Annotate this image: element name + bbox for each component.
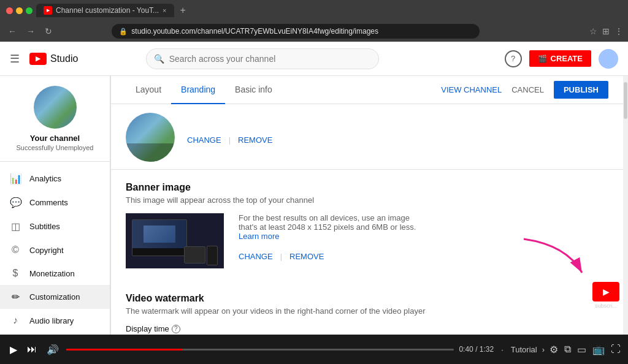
sidebar-item-monetization[interactable]: $ Monetization [0, 262, 110, 285]
profile-remove-link[interactable]: REMOVE [238, 135, 272, 145]
new-tab-button[interactable]: + [180, 5, 186, 16]
help-button[interactable]: ? [505, 50, 522, 67]
tabs-bar: Layout Branding Basic info VIEW CHANNEL … [111, 76, 623, 104]
channel-avatar[interactable] [34, 86, 77, 129]
close-dot[interactable] [6, 7, 13, 14]
watermark-title: Video watermark [126, 293, 608, 304]
monetization-icon: $ [10, 268, 21, 279]
cancel-button[interactable]: CANCEL [511, 85, 544, 94]
channel-info: Your channel Successfully Unemployed [0, 76, 110, 162]
subscribe-overlay: subscri... [592, 282, 619, 309]
tab-layout[interactable]: Layout [126, 76, 171, 104]
yt-logo: Studio [29, 53, 78, 65]
chapter-arrow: › [542, 345, 545, 354]
create-button[interactable]: 🎬 CREATE [529, 50, 591, 67]
channel-status: Successfully Unemployed [17, 144, 94, 151]
address-bar[interactable]: 🔒 studio.youtube.com/channel/UCATR7yEWbL… [112, 24, 480, 39]
banner-description: This image will appear across the top of… [126, 195, 608, 205]
sidebar-item-analytics[interactable]: 📊 Analytics [0, 167, 110, 191]
tab-close-button[interactable]: × [163, 7, 166, 14]
sidebar-item-label-subtitles: Subtitles [29, 222, 60, 231]
chapter-dot: · [501, 345, 504, 354]
scrollbar-thumb[interactable] [624, 82, 627, 119]
scrollbar[interactable] [623, 76, 628, 335]
maximize-dot[interactable] [26, 7, 33, 14]
copyright-icon: © [10, 245, 21, 256]
display-time-label: Display time ? [126, 324, 203, 333]
publish-button[interactable]: PUBLISH [554, 81, 608, 99]
create-icon: 🎬 [538, 55, 547, 63]
url-display: studio.youtube.com/channel/UCATR7yEWbLvu… [131, 27, 378, 36]
time-display: 0:40 / 1:32 [459, 345, 494, 354]
progress-bar-container[interactable] [66, 349, 454, 351]
refresh-button[interactable]: ↻ [42, 25, 55, 38]
banner-learn-more[interactable]: Learn more [239, 232, 279, 241]
analytics-icon: 📊 [10, 173, 21, 184]
progress-bar[interactable] [66, 349, 454, 351]
comments-icon: 💬 [10, 197, 21, 208]
watermark-description: The watermark will appear on your videos… [126, 306, 608, 316]
banner-remove-link[interactable]: REMOVE [289, 252, 324, 261]
tab-basic-info[interactable]: Basic info [225, 76, 282, 104]
avatar[interactable] [599, 49, 618, 69]
sidebar: Your channel Successfully Unemployed 📊 A… [0, 76, 110, 335]
banner-change-link[interactable]: CHANGE [239, 252, 273, 261]
tab-favicon [44, 6, 52, 15]
lock-icon: 🔒 [119, 28, 128, 36]
banner-hint: For the best results on all devices, use… [239, 213, 429, 241]
subscribe-button[interactable] [592, 282, 619, 301]
theater-icon[interactable]: ▭ [577, 344, 586, 355]
sidebar-item-label-audio: Audio library [29, 316, 74, 325]
customization-icon: ✏ [10, 291, 21, 303]
next-button[interactable]: ⏭ [25, 341, 39, 357]
banner-section: Banner image This image will appear acro… [111, 170, 623, 281]
bookmark-icon[interactable]: ☆ [589, 26, 597, 36]
volume-button[interactable]: 🔊 [44, 341, 61, 358]
back-button[interactable]: ← [5, 25, 20, 38]
search-container: 🔍 [146, 48, 379, 69]
watermark-section: Video watermark The watermark will appea… [111, 281, 623, 335]
audio-icon: ♪ [10, 315, 21, 326]
sidebar-item-label-comments: Comments [29, 198, 68, 207]
browser-tab[interactable]: Channel customization - YouT... × [36, 4, 174, 17]
studio-label: Studio [50, 53, 78, 64]
banner-title: Banner image [126, 182, 608, 193]
tab-branding[interactable]: Branding [171, 76, 225, 104]
branding-content: CHANGE | REMOVE Banner image This image … [111, 104, 623, 335]
view-channel-button[interactable]: VIEW CHANNEL [441, 85, 502, 94]
play-button[interactable]: ▶ [7, 341, 20, 358]
sidebar-item-comments[interactable]: 💬 Comments [0, 191, 110, 214]
sidebar-item-subtitles[interactable]: ◫ Subtitles [0, 214, 110, 238]
content-panel: Layout Branding Basic info VIEW CHANNEL … [111, 76, 623, 335]
sidebar-item-audio-library[interactable]: ♪ Audio library [0, 309, 110, 332]
progress-fill [66, 349, 183, 351]
subtitles-icon: ◫ [10, 221, 21, 232]
fullscreen-icon[interactable]: ⛶ [611, 344, 621, 355]
minimize-dot[interactable] [16, 7, 23, 14]
settings-player-icon[interactable]: ⚙ [550, 344, 558, 355]
channel-name: Your channel [30, 134, 80, 143]
search-input[interactable] [169, 54, 371, 64]
profile-change-link[interactable]: CHANGE [187, 135, 221, 145]
display-time-help[interactable]: ? [172, 325, 180, 333]
forward-button[interactable]: → [23, 25, 38, 38]
sidebar-item-copyright[interactable]: © Copyright [0, 238, 110, 262]
video-player: ▶ ⏭ 🔊 0:40 / 1:32 · Tutorial › ⚙ ⧉ ▭ 📺 [0, 335, 628, 364]
sidebar-item-label-copyright: Copyright [29, 246, 64, 255]
extensions-icon[interactable]: ⊞ [602, 26, 610, 36]
search-icon: 🔍 [154, 54, 164, 64]
sidebar-nav: 📊 Analytics 💬 Comments ◫ Subtitles © Cop… [0, 162, 110, 335]
menu-icon[interactable]: ⋮ [615, 26, 623, 36]
miniplayer-icon[interactable]: ⧉ [564, 344, 571, 355]
sidebar-item-label-monetization: Monetization [29, 269, 75, 278]
hamburger-menu[interactable]: ☰ [10, 52, 20, 66]
sidebar-item-label-analytics: Analytics [29, 174, 61, 183]
chapter-label: Tutorial [511, 345, 537, 354]
sidebar-item-label-customization: Customization [29, 292, 80, 301]
youtube-icon [29, 53, 47, 65]
banner-preview [126, 213, 224, 268]
sidebar-item-customization[interactable]: ✏ Customization [0, 285, 110, 309]
cast-icon[interactable]: 📺 [592, 344, 605, 355]
subscribe-label: subscri... [595, 303, 617, 309]
tab-title: Channel customization - YouT... [56, 6, 159, 15]
